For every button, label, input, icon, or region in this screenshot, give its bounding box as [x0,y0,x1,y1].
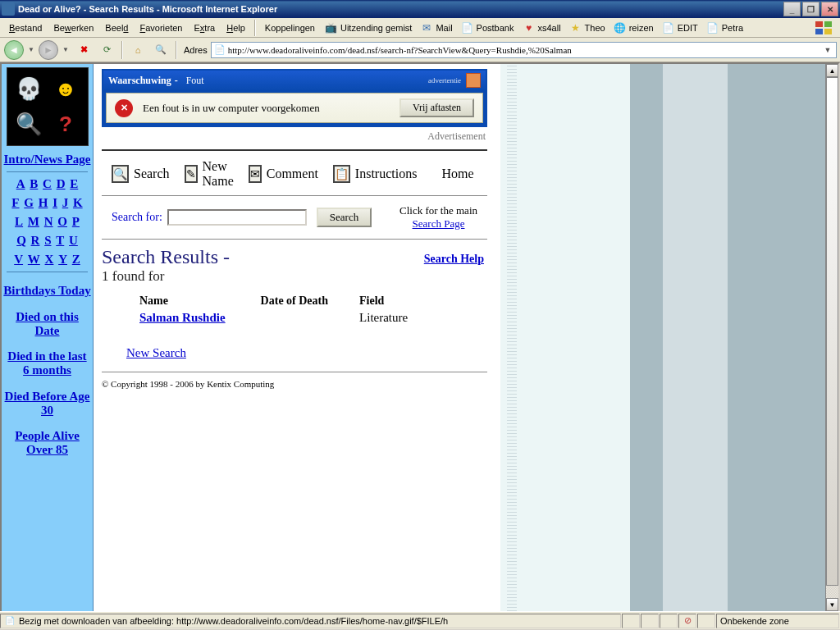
scroll-track[interactable] [826,77,838,598]
refresh-button[interactable]: ⟳ [96,40,117,60]
instructions-icon[interactable]: 📋 [333,165,350,183]
nav-instructions[interactable]: Instructions [355,167,418,181]
window-title: Dead or Alive? - Search Results - Micros… [18,4,782,14]
alpha-link[interactable]: D [57,177,66,190]
scroll-down-button[interactable]: ▼ [826,598,838,611]
intro-link[interactable]: Intro/News Page [3,153,91,167]
search-button[interactable]: Search [317,208,372,227]
ad-label: advertentie [428,76,461,84]
page-icon: 📄 [213,43,226,57]
toolbar-link[interactable]: ★Theo [565,20,609,36]
alpha-link[interactable]: G [24,196,34,209]
nav-home[interactable]: Home [441,167,473,181]
separator [121,41,123,59]
results-count: 1 found for [102,268,487,285]
url-input[interactable] [228,45,821,55]
toolbar-link[interactable]: 📄EDIT [658,20,702,36]
alpha-link[interactable]: H [39,196,48,209]
search-page-link[interactable]: Search Page [413,217,465,230]
search-input[interactable] [167,209,307,226]
new-search-link[interactable]: New Search [126,346,186,359]
stop-button[interactable]: ✖ [73,40,94,60]
alpha-link[interactable]: B [30,177,38,190]
address-bar[interactable]: 📄 ▼ [211,42,837,58]
sidebar-link[interactable]: Died on this Date [3,310,91,339]
alpha-link[interactable]: Z [72,253,80,266]
scroll-up-button[interactable]: ▲ [826,64,838,77]
sidebar-link[interactable]: Died Before Age 30 [3,390,91,418]
result-name-link[interactable]: Salman Rushdie [139,311,226,324]
home-button[interactable]: ⌂ [127,40,148,60]
alpha-link[interactable]: I [52,196,57,209]
app-icon [2,2,15,16]
alpha-link[interactable]: T [56,234,64,247]
alpha-link[interactable]: P [72,215,80,228]
ad-button[interactable]: Vrij aftasten [399,98,474,117]
alpha-link[interactable]: U [69,234,78,247]
menu-bestand[interactable]: Bestand [3,21,48,35]
minimize-button[interactable]: _ [783,2,801,16]
alpha-link[interactable]: O [57,215,67,228]
navbar: ◄ ▼ ► ▼ ✖ ⟳ ⌂ 🔍 Adres 📄 ▼ [0,38,840,62]
separator [176,41,177,59]
alpha-link[interactable]: N [44,215,53,228]
back-dropdown[interactable]: ▼ [25,40,37,60]
site-logo[interactable]: 💀 ☻ 🔍 ? [7,67,89,146]
maximize-button[interactable]: ❐ [802,2,819,16]
menu-help[interactable]: Help [221,21,251,35]
ad-close-button[interactable] [466,73,481,88]
alpha-link[interactable]: V [14,253,23,266]
menu-beeld[interactable]: Beeld [99,21,134,35]
toolbar-link[interactable]: 🌐reizen [609,20,658,36]
alpha-link[interactable]: R [31,234,40,247]
alpha-link[interactable]: W [28,253,40,266]
search-nav-button[interactable]: 🔍 [150,40,171,60]
comment-icon[interactable]: ✉ [249,165,262,183]
alpha-link[interactable]: Q [16,234,26,247]
sidebar-link[interactable]: Died in the last 6 months [3,349,91,378]
alpha-link[interactable]: F [11,196,19,209]
forward-dropdown[interactable]: ▼ [60,40,71,60]
search-help-link[interactable]: Search Help [424,253,484,266]
address-dropdown[interactable]: ▼ [821,46,834,54]
error-icon: ✕ [115,99,133,117]
alpha-link[interactable]: C [43,177,52,190]
menu-bewerken[interactable]: Bewerken [48,21,99,35]
toolbar-link[interactable]: 📄Petra [702,20,747,36]
col-field: Field [353,293,428,309]
alpha-link[interactable]: S [44,234,51,247]
close-button[interactable]: ✕ [821,2,838,16]
nav-search[interactable]: Search [134,167,170,181]
menu-favorieten[interactable]: Favorieten [134,21,188,35]
status-zone-panel: Onbekende zone [716,614,839,628]
alpha-link[interactable]: M [28,215,39,228]
newname-icon[interactable]: ✎ [185,165,198,183]
alpha-link[interactable]: K [73,196,83,209]
menubar: Bestand Bewerken Beeld Favorieten Extra … [0,18,840,38]
toolbar-link[interactable]: ✉Mail [416,20,456,36]
back-button[interactable]: ◄ [4,40,24,60]
sidebar-link[interactable]: Birthdays Today [3,284,91,298]
smiley-icon: ☻ [49,73,83,105]
alpha-link[interactable]: E [70,177,78,190]
statusbar: 📄 Bezig met downloaden van afbeelding: h… [0,611,840,629]
nav-comment[interactable]: Comment [267,167,318,181]
toolbar-link[interactable]: 📄Postbank [457,20,518,36]
status-panel [697,614,715,628]
alpha-link[interactable]: J [62,196,69,209]
vertical-scrollbar[interactable]: ▲ ▼ [825,64,838,611]
alpha-link[interactable]: Y [58,253,67,266]
forward-button[interactable]: ► [39,40,58,60]
nav-newname[interactable]: New Name [203,159,234,189]
alpha-link[interactable]: A [16,177,25,190]
sidebar-link[interactable]: People Alive Over 85 [3,429,91,458]
alpha-link[interactable]: L [15,215,23,228]
toolbar-link[interactable]: 📺Uitzending gemist [321,20,416,36]
results-header: Search Results - 1 found for Search Help [94,241,495,293]
menu-extra[interactable]: Extra [188,21,221,35]
svg-rect-1 [824,21,832,27]
scroll-thumb[interactable] [826,77,838,586]
alpha-link[interactable]: X [45,253,54,266]
search-icon[interactable]: 🔍 [112,165,129,183]
toolbar-link[interactable]: ♥xs4all [518,20,564,36]
